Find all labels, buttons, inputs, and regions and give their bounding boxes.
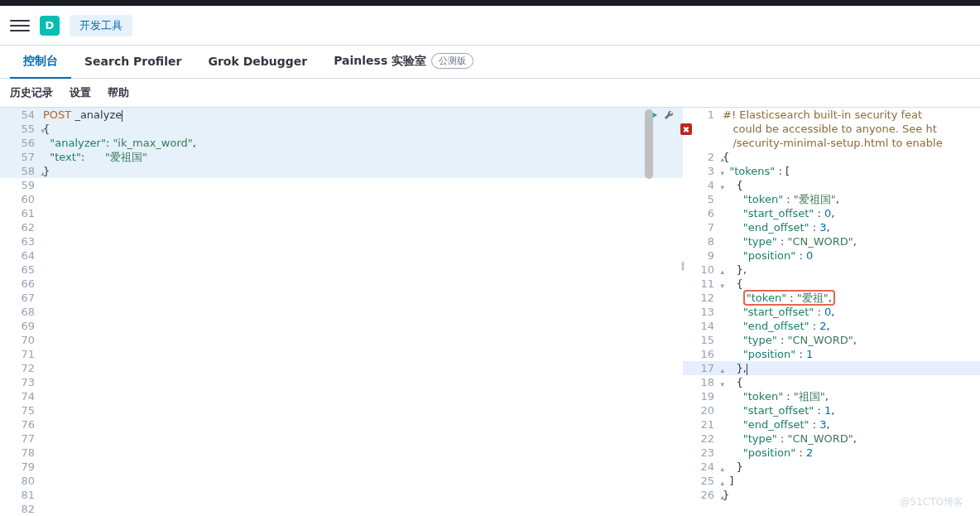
tab-painless-lab[interactable]: Painless 实验室 公测版 [320,46,487,79]
tab-grok-debugger[interactable]: Grok Debugger [195,46,320,79]
menu-icon[interactable] [10,16,30,36]
main-tabs: 控制台 Search Profiler Grok Debugger Painle… [0,46,980,79]
tab-painless-label: Painless 实验室 [334,54,426,69]
request-editor[interactable]: 54POST _analyze55▾{56 "analyzer": "ik_ma… [0,108,683,516]
tab-search-profiler[interactable]: Search Profiler [71,46,195,79]
tab-console[interactable]: 控制台 [10,46,71,79]
scrollbar[interactable] [645,109,653,179]
app-logo-badge[interactable]: D [40,16,60,36]
watermark: @51CTO博客 [901,495,963,509]
window-topbar [0,0,980,6]
console-subtabs: 历史记录 设置 帮助 [0,79,980,107]
response-pane[interactable]: 1#! Elasticsearch built-in security feat… [683,108,980,516]
editor-panes: 54POST _analyze55▾{56 "analyzer": "ik_ma… [0,107,980,516]
app-header: D 开发工具 [0,6,980,46]
subtab-help[interactable]: 帮助 [108,85,129,100]
subtab-settings[interactable]: 设置 [70,85,91,100]
wrench-icon[interactable] [663,109,675,123]
response-editor[interactable]: 1#! Elasticsearch built-in security feat… [683,108,980,502]
beta-badge: 公测版 [431,53,473,69]
subtab-history[interactable]: 历史记录 [10,85,53,100]
request-pane[interactable]: 54POST _analyze55▾{56 "analyzer": "ik_ma… [0,108,683,516]
devtools-breadcrumb[interactable]: 开发工具 [70,15,132,36]
